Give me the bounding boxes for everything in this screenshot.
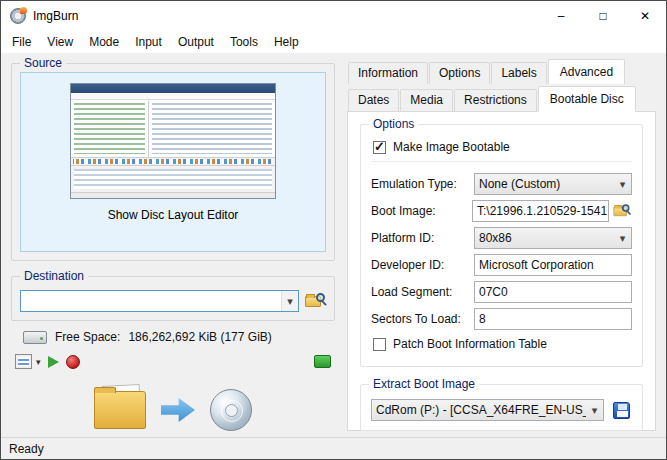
emulation-type-label: Emulation Type: (371, 177, 474, 191)
window-title: ImgBurn (33, 9, 78, 23)
disc-layout-editor-icon[interactable] (15, 354, 32, 369)
boot-image-value: T:\21996.1.210529-1541 (477, 204, 607, 218)
menu-help[interactable]: Help (266, 33, 307, 51)
dropdown-arrow-icon[interactable] (586, 400, 603, 420)
extract-group-label: Extract Boot Image (369, 377, 479, 391)
platform-id-row: Platform ID: 80x86 (371, 227, 632, 249)
layout-dropdown-arrow-icon[interactable]: ▾ (36, 357, 41, 367)
extract-boot-image-group: Extract Boot Image CdRom (P:) - [CCSA_X6… (360, 384, 643, 431)
patch-boot-row: Patch Boot Information Table (373, 337, 632, 351)
browse-boot-image-button[interactable] (611, 201, 632, 222)
window-controls: – □ ✕ (540, 1, 666, 31)
folder-magnifier-icon (613, 203, 631, 220)
tab-restrictions[interactable]: Restrictions (454, 89, 537, 111)
arrow-right-icon (161, 397, 195, 423)
title-left: ImgBurn (1, 8, 78, 24)
dropdown-arrow-icon[interactable] (614, 228, 631, 248)
magnifier-icon (622, 204, 630, 212)
preview-mini-window (70, 83, 276, 199)
destination-group-label: Destination (20, 269, 88, 283)
left-column: Source Show Disc Layout Editor (11, 59, 335, 431)
platform-id-select[interactable]: 80x86 (474, 227, 632, 249)
patch-boot-checkbox[interactable] (373, 338, 386, 351)
developer-id-field[interactable]: Microsoft Corporation (474, 254, 632, 276)
advanced-sub-tabs: Dates Media Restrictions Bootable Disc (347, 85, 656, 111)
disc-layout-preview[interactable]: Show Disc Layout Editor (20, 72, 326, 252)
extract-row: CdRom (P:) - [CCSA_X64FRE_EN-US_DV5] (371, 399, 632, 421)
make-image-bootable-checkbox[interactable] (373, 141, 386, 154)
status-bar: Ready (1, 437, 666, 459)
build-mode-graphic (11, 389, 335, 431)
load-segment-field[interactable]: 07C0 (474, 281, 632, 303)
load-segment-label: Load Segment: (371, 285, 474, 299)
developer-id-row: Developer ID: Microsoft Corporation (371, 254, 632, 276)
boot-image-row: Boot Image: T:\21996.1.210529-1541 (371, 200, 632, 222)
tab-bootable-disc[interactable]: Bootable Disc (538, 86, 636, 112)
browse-destination-button[interactable] (304, 291, 326, 311)
options-separator (371, 161, 632, 162)
free-space-row: Free Space: 186,262,692 KiB (177 GiB) (23, 330, 335, 344)
tab-advanced[interactable]: Advanced (548, 59, 625, 84)
preview-mini-layout-pane (71, 166, 275, 192)
preview-mini-menubar (71, 93, 275, 100)
close-button[interactable]: ✕ (624, 1, 666, 31)
extract-drive-value: CdRom (P:) - [CCSA_X64FRE_EN-US_DV5] (372, 400, 586, 420)
folder-body (94, 391, 146, 429)
tab-options[interactable]: Options (429, 62, 490, 84)
device-buffer-icon[interactable] (314, 355, 331, 368)
preview-mini-toolbar (71, 157, 275, 166)
make-image-bootable-row: Make Image Bootable (373, 140, 632, 154)
platform-id-value: 80x86 (475, 228, 614, 248)
bootable-disc-panel: Options Make Image Bootable Emulation Ty… (347, 111, 656, 431)
load-segment-row: Load Segment: 07C0 (371, 281, 632, 303)
save-boot-image-button[interactable] (610, 399, 632, 421)
start-build-icon[interactable] (48, 356, 59, 368)
disc-image-icon (210, 389, 252, 431)
sectors-to-load-value: 8 (479, 312, 486, 326)
menu-mode[interactable]: Mode (81, 33, 127, 51)
emulation-type-row: Emulation Type: None (Custom) (371, 173, 632, 195)
destination-input[interactable] (21, 291, 281, 311)
menu-view[interactable]: View (39, 33, 81, 51)
drive-icon (23, 331, 47, 344)
destination-combobox[interactable] (20, 290, 299, 312)
extract-drive-select[interactable]: CdRom (P:) - [CCSA_X64FRE_EN-US_DV5] (371, 399, 604, 421)
right-column: Information Options Labels Advanced Date… (347, 59, 656, 431)
emulation-type-value: None (Custom) (475, 174, 614, 194)
developer-id-value: Microsoft Corporation (479, 258, 594, 272)
source-group-label: Source (20, 56, 66, 70)
tab-information[interactable]: Information (348, 62, 428, 84)
dropdown-arrow-icon[interactable] (614, 174, 631, 194)
maximize-button[interactable]: □ (582, 1, 624, 31)
imgburn-window: ImgBurn – □ ✕ File View Mode Input Outpu… (0, 0, 667, 460)
destination-row (20, 290, 326, 312)
menu-tools[interactable]: Tools (222, 33, 266, 51)
free-space-value: 186,262,692 KiB (177 GiB) (128, 330, 271, 344)
minimize-button[interactable]: – (540, 1, 582, 31)
dropdown-arrow-icon[interactable] (281, 291, 298, 311)
developer-id-label: Developer ID: (371, 258, 474, 272)
tab-media[interactable]: Media (400, 89, 453, 111)
source-folder-icon (94, 391, 146, 429)
show-disc-layout-editor-label[interactable]: Show Disc Layout Editor (21, 208, 325, 222)
tab-dates[interactable]: Dates (348, 89, 399, 111)
options-group-label: Options (369, 117, 418, 131)
emulation-type-select[interactable]: None (Custom) (474, 173, 632, 195)
status-text: Ready (9, 442, 44, 456)
sectors-to-load-field[interactable]: 8 (474, 308, 632, 330)
tab-labels[interactable]: Labels (491, 62, 546, 84)
abort-icon[interactable] (66, 355, 80, 369)
app-icon (10, 8, 26, 24)
menu-file[interactable]: File (4, 33, 39, 51)
magnifier-icon (316, 293, 325, 302)
bootable-options-group: Options Make Image Bootable Emulation Ty… (360, 124, 643, 367)
menu-output[interactable]: Output (170, 33, 222, 51)
platform-id-label: Platform ID: (371, 231, 474, 245)
make-image-bootable-label: Make Image Bootable (393, 140, 510, 154)
main-tabs: Information Options Labels Advanced (347, 59, 656, 84)
sectors-to-load-row: Sectors To Load: 8 (371, 308, 632, 330)
boot-image-field[interactable]: T:\21996.1.210529-1541 (472, 200, 609, 222)
build-toolbar: ▾ (15, 354, 335, 369)
menu-input[interactable]: Input (127, 33, 170, 51)
sectors-to-load-label: Sectors To Load: (371, 312, 474, 326)
